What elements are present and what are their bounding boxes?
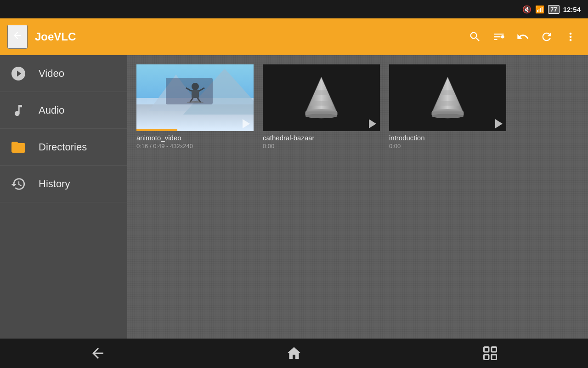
sidebar-label-audio: Audio (39, 104, 64, 116)
vlc-cone-container-2 (389, 64, 506, 131)
content-area: animoto_video 0:16 / 0:49 - 432x240 (127, 55, 588, 339)
svg-marker-11 (310, 101, 333, 105)
play-arrow-cathedral (369, 119, 376, 128)
svg-point-14 (305, 114, 338, 118)
svg-point-21 (432, 114, 464, 118)
svg-point-0 (501, 35, 504, 39)
svg-marker-17 (440, 90, 455, 95)
status-icons: 🔇 📶 77 12:54 (522, 5, 581, 14)
search-button[interactable] (465, 27, 485, 47)
nav-back-button[interactable] (71, 340, 124, 366)
nav-home-button[interactable] (267, 340, 321, 366)
vlc-cone-container-1 (263, 64, 380, 131)
mute-icon: 🔇 (522, 5, 531, 14)
video-info-intro: introduction 0:00 (389, 131, 506, 150)
refresh-button[interactable] (537, 27, 557, 47)
svg-marker-18 (436, 101, 459, 105)
video-card-cathedral[interactable]: cathedral-bazaar 0:00 (263, 64, 380, 150)
sidebar-label-directories: Directories (39, 141, 87, 153)
svg-rect-2 (192, 90, 199, 98)
back-button[interactable] (7, 25, 28, 49)
svg-line-7 (199, 88, 204, 91)
sidebar-item-video[interactable]: Video (0, 55, 127, 92)
video-info-cathedral: cathedral-bazaar 0:00 (263, 131, 380, 150)
vlc-cone-icon-2 (428, 75, 467, 121)
toolbar-actions (465, 27, 581, 47)
folder-icon (9, 139, 28, 155)
battery-indicator: 77 (548, 5, 559, 14)
svg-line-6 (186, 88, 192, 91)
bottom-nav (0, 339, 588, 368)
play-arrow-animoto (243, 119, 250, 128)
video-meta-animoto: 0:16 / 0:49 - 432x240 (136, 143, 254, 150)
sidebar-item-history[interactable]: History (0, 166, 127, 202)
status-bar: 🔇 📶 77 12:54 (0, 0, 588, 18)
svg-point-5 (187, 101, 204, 103)
play-arrow-intro (495, 119, 503, 128)
video-grid: animoto_video 0:16 / 0:49 - 432x240 (136, 64, 579, 150)
video-meta-intro: 0:00 (389, 143, 506, 150)
video-icon (9, 65, 28, 82)
video-card-animoto[interactable]: animoto_video 0:16 / 0:49 - 432x240 (136, 64, 254, 150)
main-layout: Video Audio Directories (0, 55, 588, 339)
vlc-cone-icon-1 (302, 75, 341, 121)
more-button[interactable] (560, 27, 581, 47)
video-thumbnail-cathedral (263, 64, 380, 131)
audio-icon (9, 103, 28, 118)
svg-marker-10 (314, 90, 329, 95)
toolbar: JoeVLC (0, 18, 588, 55)
svg-rect-25 (492, 355, 497, 360)
sidebar-label-video: Video (39, 68, 64, 80)
svg-point-1 (192, 83, 199, 90)
svg-rect-23 (492, 347, 497, 352)
svg-rect-24 (484, 355, 489, 360)
sidebar-item-audio[interactable]: Audio (0, 92, 127, 129)
undo-button[interactable] (513, 27, 533, 47)
video-meta-cathedral: 0:00 (263, 143, 380, 150)
equalizer-button[interactable] (489, 27, 509, 47)
video-title-intro: introduction (389, 134, 506, 142)
video-thumbnail-animoto (136, 64, 254, 131)
video-title-animoto: animoto_video (136, 134, 254, 142)
video-card-intro[interactable]: introduction 0:00 (389, 64, 506, 150)
sidebar-item-directories[interactable]: Directories (0, 129, 127, 166)
sidebar: Video Audio Directories (0, 55, 127, 339)
status-time: 12:54 (563, 6, 581, 13)
video-info-animoto: animoto_video 0:16 / 0:49 - 432x240 (136, 131, 254, 150)
wifi-icon: 📶 (535, 5, 544, 14)
progress-bar-animoto (136, 129, 177, 131)
video-title-cathedral: cathedral-bazaar (263, 134, 380, 142)
nav-recents-button[interactable] (464, 340, 517, 366)
app-title: JoeVLC (35, 30, 458, 43)
video-thumbnail-intro (389, 64, 506, 131)
svg-rect-22 (484, 347, 489, 352)
history-icon (9, 176, 28, 192)
sidebar-label-history: History (39, 178, 70, 190)
